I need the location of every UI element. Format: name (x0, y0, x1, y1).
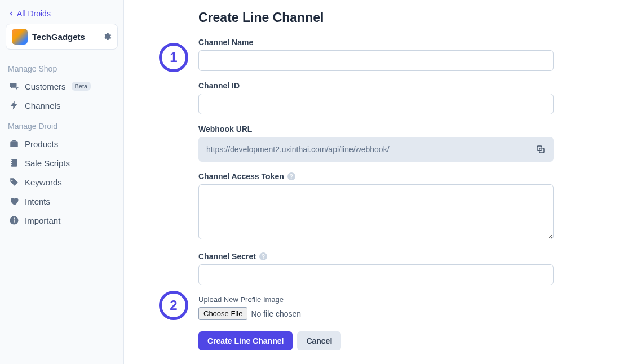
section-manage-shop: Manage Shop (6, 61, 118, 77)
shop-avatar (12, 29, 28, 45)
file-status: No file chosen (251, 309, 301, 318)
sidebar-item-channels[interactable]: Channels (6, 96, 118, 115)
svg-rect-4 (10, 164, 12, 165)
tag-icon (9, 177, 19, 187)
heart-icon (9, 196, 19, 206)
sidebar-item-products[interactable]: Products (6, 134, 118, 153)
access-token-textarea[interactable] (198, 184, 554, 239)
notes-icon (9, 158, 19, 168)
sidebar-item-important[interactable]: Important (6, 211, 118, 230)
main-content: 1 2 Create Line Channel Channel Name Cha… (124, 0, 624, 364)
gear-icon[interactable] (103, 32, 112, 41)
channel-secret-input[interactable] (198, 264, 554, 285)
field-channel-id: Channel ID (198, 81, 554, 114)
step-badge-1: 1 (159, 43, 188, 72)
label-channel-id: Channel ID (198, 81, 554, 90)
sidebar: All Droids TechGadgets Manage Shop Custo… (0, 0, 124, 364)
sidebar-item-label: Intents (25, 197, 50, 206)
submit-button[interactable]: Create Line Channel (198, 331, 293, 350)
info-icon (9, 215, 19, 225)
svg-rect-3 (10, 162, 12, 163)
chevron-left-icon (8, 10, 15, 17)
svg-point-7 (14, 217, 15, 219)
field-access-token: Channel Access Token ? (198, 172, 554, 242)
svg-rect-2 (10, 160, 12, 161)
copy-icon[interactable] (536, 144, 546, 154)
sidebar-item-label: Important (25, 216, 60, 225)
shop-card[interactable]: TechGadgets (6, 24, 118, 50)
label-access-token: Channel Access Token ? (198, 172, 554, 181)
field-channel-secret: Channel Secret ? (198, 252, 554, 285)
sidebar-item-sale-scripts[interactable]: Sale Scripts (6, 153, 118, 172)
sidebar-item-label: Sale Scripts (25, 158, 70, 168)
form-actions: Create Line Channel Cancel (198, 331, 590, 350)
svg-rect-6 (14, 220, 15, 223)
label-upload: Upload New Profile Image (198, 295, 590, 304)
sidebar-item-intents[interactable]: Intents (6, 192, 118, 211)
sidebar-item-label: Channels (25, 101, 60, 110)
shop-name: TechGadgets (32, 32, 98, 42)
label-webhook-url: Webhook URL (198, 125, 554, 134)
back-all-droids-link[interactable]: All Droids (6, 7, 118, 24)
field-channel-name: Channel Name (198, 38, 554, 71)
cancel-button[interactable]: Cancel (297, 331, 341, 350)
back-label: All Droids (17, 9, 51, 18)
bolt-icon (9, 100, 19, 110)
field-upload: Upload New Profile Image Choose File No … (198, 295, 590, 320)
help-icon[interactable]: ? (287, 172, 295, 180)
beta-badge: Beta (72, 82, 91, 91)
webhook-url-box: https://development2.uxinthai.com/api/li… (198, 137, 554, 162)
svg-rect-0 (10, 141, 18, 147)
channel-id-input[interactable] (198, 94, 554, 114)
channel-name-input[interactable] (198, 50, 554, 71)
svg-rect-1 (11, 159, 17, 167)
sidebar-item-keywords[interactable]: Keywords (6, 172, 118, 192)
sidebar-item-label: Customers (25, 82, 66, 91)
help-icon[interactable]: ? (259, 252, 267, 260)
field-webhook-url: Webhook URL https://development2.uxintha… (198, 125, 554, 162)
briefcase-icon (9, 139, 19, 149)
webhook-url-value: https://development2.uxinthai.com/api/li… (206, 145, 390, 154)
section-manage-droid: Manage Droid (6, 118, 118, 134)
sidebar-item-customers[interactable]: Customers Beta (6, 77, 118, 96)
page-title: Create Line Channel (198, 10, 590, 25)
step-badge-2: 2 (159, 291, 188, 320)
sidebar-item-label: Products (25, 139, 58, 149)
choose-file-button[interactable]: Choose File (198, 307, 247, 320)
label-channel-name: Channel Name (198, 38, 554, 47)
sidebar-item-label: Keywords (25, 177, 62, 187)
chat-icon (9, 81, 19, 91)
label-channel-secret: Channel Secret ? (198, 252, 554, 261)
